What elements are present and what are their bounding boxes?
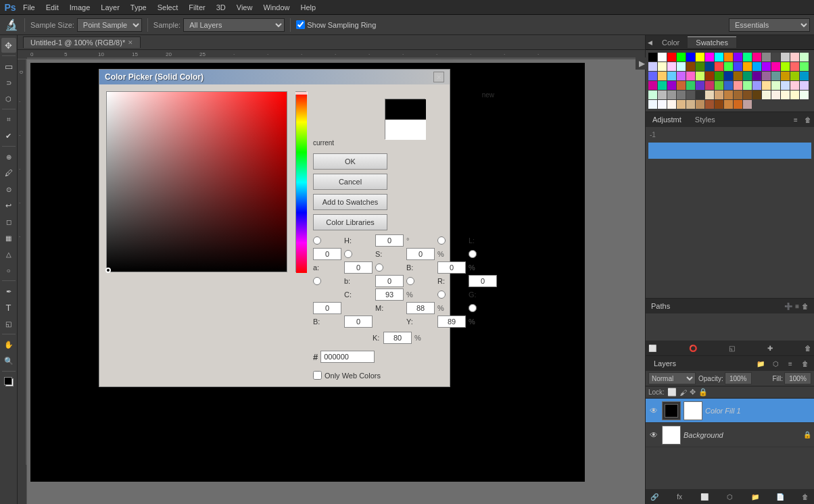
paths-footer-icon2[interactable]: ⭕ <box>689 345 697 352</box>
zoom-tool[interactable]: 🔍 <box>1 353 16 368</box>
layers-adj-icon[interactable]: ⬡ <box>723 490 736 503</box>
swatch-item[interactable] <box>677 62 686 71</box>
layers-group-icon[interactable]: 📁 <box>749 490 761 503</box>
hand-tool[interactable]: ✋ <box>1 337 16 352</box>
b-radio[interactable] <box>375 263 383 272</box>
swatch-item[interactable] <box>667 62 676 71</box>
lock-position-icon[interactable]: ✥ <box>690 388 696 397</box>
layers-fx-icon[interactable]: fx <box>673 490 686 503</box>
swatch-item[interactable] <box>762 62 771 71</box>
layers-add-group-icon[interactable]: 📁 <box>755 357 767 370</box>
swatch-item[interactable] <box>734 53 742 61</box>
swatch-item[interactable] <box>677 81 686 90</box>
menu-help[interactable]: Help <box>295 2 322 13</box>
menu-3d[interactable]: 3D <box>211 2 231 13</box>
swatch-item[interactable] <box>715 100 723 109</box>
swatch-item[interactable] <box>771 53 780 61</box>
layers-adjustment-icon[interactable]: ⬡ <box>769 357 782 370</box>
swatch-item[interactable] <box>743 91 752 99</box>
sample-size-select[interactable]: Point Sample <box>77 18 142 32</box>
swatch-item[interactable] <box>705 91 714 99</box>
swatch-item[interactable] <box>790 81 799 90</box>
a-input[interactable] <box>344 261 373 274</box>
paths-delete-icon[interactable]: 🗑 <box>802 303 809 310</box>
k-input[interactable] <box>383 332 412 344</box>
clone-tool[interactable]: ⊙ <box>1 182 16 197</box>
swatch-item[interactable] <box>715 81 723 90</box>
swatch-item[interactable] <box>800 91 809 99</box>
swatch-item[interactable] <box>743 62 752 71</box>
swatch-item[interactable] <box>781 81 790 90</box>
swatch-item[interactable] <box>724 100 733 109</box>
layers-delete-footer-icon[interactable]: 🗑 <box>799 490 811 503</box>
swatch-item[interactable] <box>800 72 809 80</box>
s-radio[interactable] <box>344 250 352 258</box>
swatch-item[interactable] <box>752 81 761 90</box>
menu-type[interactable]: Type <box>125 2 152 13</box>
swatch-item[interactable] <box>724 72 733 80</box>
hue-slider-container[interactable] <box>295 91 306 272</box>
paths-footer-icon1[interactable]: ⬜ <box>648 345 656 352</box>
y-input[interactable] <box>437 316 466 328</box>
swatch-item[interactable] <box>677 53 686 61</box>
swatch-item[interactable] <box>771 81 780 90</box>
adj-panel-menu[interactable]: ≡ <box>790 114 802 126</box>
layer-bg-visibility-icon[interactable]: 👁 <box>648 430 659 440</box>
cancel-button[interactable]: Cancel <box>313 174 387 190</box>
swatch-item[interactable] <box>705 81 714 90</box>
show-sampling-checkbox[interactable] <box>296 20 305 29</box>
swatch-item[interactable] <box>771 91 780 99</box>
eyedropper-tool[interactable]: ✔ <box>1 128 16 143</box>
adj-panel-delete[interactable]: 🗑 <box>802 114 814 126</box>
swatch-item[interactable] <box>734 91 742 99</box>
ok-button[interactable]: OK <box>313 153 387 170</box>
swatch-item[interactable] <box>658 62 667 71</box>
layer-visibility-icon[interactable]: 👁 <box>648 406 659 415</box>
blend-mode-select[interactable]: Normal <box>648 372 696 384</box>
swatch-item[interactable] <box>667 91 676 99</box>
swatch-item[interactable] <box>800 81 809 90</box>
panel-collapse-btn[interactable]: ◀ <box>646 39 654 46</box>
lock-image-icon[interactable]: 🖌 <box>679 388 687 397</box>
b-input[interactable] <box>437 261 466 274</box>
swatch-item[interactable] <box>648 91 657 99</box>
swatch-item[interactable] <box>762 72 771 80</box>
b3-radio[interactable] <box>469 304 477 312</box>
swatch-item[interactable] <box>677 100 686 109</box>
only-web-colors-checkbox[interactable] <box>313 371 322 380</box>
swatch-item[interactable] <box>696 53 704 61</box>
swatch-item[interactable] <box>658 100 667 109</box>
swatch-item[interactable] <box>696 62 704 71</box>
b3-input[interactable] <box>344 316 373 328</box>
swatch-item[interactable] <box>648 62 657 71</box>
sample-select[interactable]: All Layers <box>183 18 285 32</box>
paths-footer-icon3[interactable]: ◱ <box>729 345 735 352</box>
menu-edit[interactable]: Edit <box>41 2 64 13</box>
layers-mask-icon[interactable]: ⬜ <box>698 490 711 503</box>
swatch-item[interactable] <box>781 72 790 80</box>
menu-file[interactable]: File <box>18 2 41 13</box>
swatch-item[interactable] <box>648 53 657 61</box>
paths-footer-icon5[interactable]: 🗑 <box>805 345 811 352</box>
menu-view[interactable]: View <box>231 2 258 13</box>
swatch-item[interactable] <box>752 72 761 80</box>
swatch-item[interactable] <box>667 100 676 109</box>
paths-add-icon[interactable]: ➕ <box>784 303 792 310</box>
swatch-item[interactable] <box>715 53 723 61</box>
a-radio[interactable] <box>469 250 477 258</box>
swatch-item[interactable] <box>667 81 676 90</box>
b2-input[interactable] <box>375 275 404 287</box>
swatch-item[interactable] <box>762 91 771 99</box>
swatch-item[interactable] <box>658 81 667 90</box>
menu-image[interactable]: Image <box>64 2 96 13</box>
color-saturation-brightness-field[interactable] <box>106 91 287 272</box>
swatch-item[interactable] <box>715 72 723 80</box>
r-radio[interactable] <box>406 277 414 285</box>
swatch-item[interactable] <box>724 53 733 61</box>
swatch-item[interactable] <box>781 62 790 71</box>
tab-styles[interactable]: Styles <box>688 114 722 125</box>
pen-tool[interactable]: ✒ <box>1 284 16 299</box>
swatch-item[interactable] <box>705 53 714 61</box>
swatch-item[interactable] <box>696 91 704 99</box>
swatch-item[interactable] <box>686 62 695 71</box>
